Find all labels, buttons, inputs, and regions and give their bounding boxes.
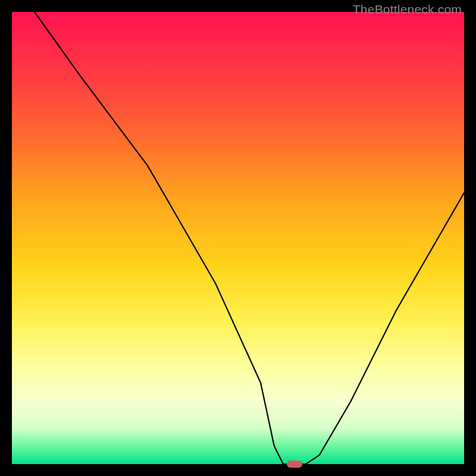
plot-area xyxy=(12,12,464,464)
chart-container: TheBottleneck.com xyxy=(0,0,476,476)
watermark-text: TheBottleneck.com xyxy=(353,2,462,17)
bottleneck-curve-path xyxy=(35,12,464,464)
curve-svg xyxy=(12,12,464,464)
optimal-marker xyxy=(287,461,302,468)
